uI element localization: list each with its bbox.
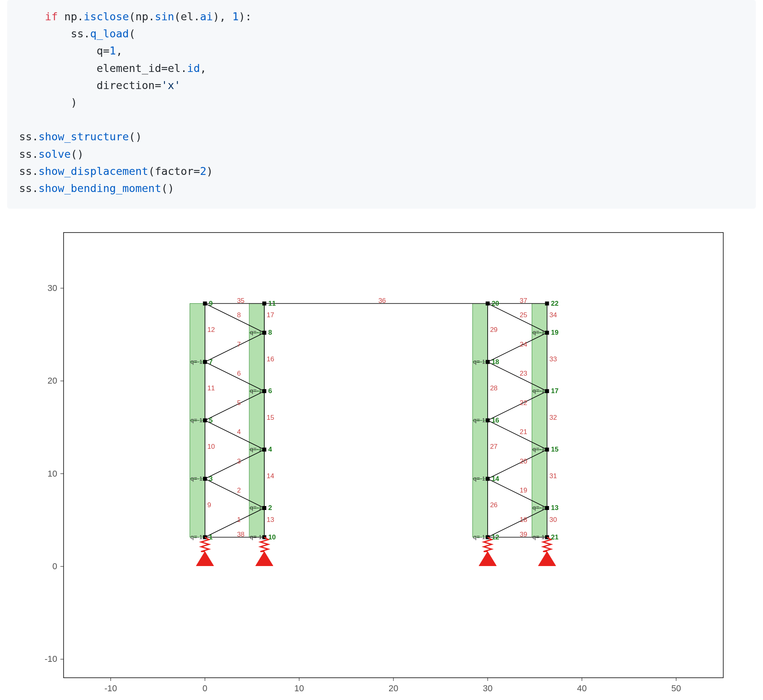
q-load (190, 362, 205, 421)
load-label: q=-1 (533, 533, 544, 540)
node (486, 419, 490, 423)
node-label: 5 (209, 417, 213, 424)
y-tick-label: -10 (45, 654, 57, 664)
element-label: 18 (520, 516, 527, 524)
node-label: 18 (492, 358, 499, 366)
load-label: q=-1 (533, 504, 544, 511)
node-label: 7 (209, 358, 213, 366)
q-load (473, 362, 488, 421)
q-load (190, 304, 205, 362)
element-label: 17 (267, 311, 274, 319)
element-label: 5 (237, 399, 240, 407)
node (203, 360, 207, 364)
code-line (19, 113, 25, 126)
element-label: 26 (490, 501, 498, 509)
element-label: 20 (520, 458, 527, 465)
x-tick-label: -10 (105, 683, 117, 693)
node (545, 506, 549, 510)
node (262, 448, 266, 452)
code-line: ss.show_structure() (19, 130, 142, 143)
load-label: q=-1 (190, 358, 202, 365)
structure-plot: -1001020304050-1001020301234567891011121… (32, 225, 731, 700)
load-label: q=-1 (533, 329, 544, 335)
load-label: q=-1 (250, 387, 262, 394)
element-label: 19 (520, 487, 527, 494)
node (545, 389, 549, 393)
q-load (473, 421, 488, 479)
q-load (532, 304, 547, 333)
node (486, 477, 490, 481)
load-label: q=-1 (533, 446, 544, 452)
node (203, 477, 207, 481)
element-label: 28 (490, 384, 498, 392)
node (486, 302, 490, 306)
code-line: q=1, (19, 45, 122, 57)
q-load (249, 333, 264, 391)
x-tick-label: 10 (294, 683, 304, 693)
load-label: q=-1 (250, 446, 262, 452)
node-label: 3 (209, 475, 213, 483)
plot-svg: -1001020304050-1001020301234567891011121… (32, 225, 731, 700)
q-load (249, 450, 264, 508)
code-line: ss.show_displacement(factor=2) (19, 165, 213, 177)
x-tick-label: 50 (671, 683, 681, 693)
element-label: 6 (237, 370, 240, 377)
node (203, 419, 207, 423)
element-label: 7 (237, 341, 240, 348)
q-load (532, 450, 547, 508)
load-label: q=-1 (190, 475, 202, 482)
element-label: 2 (237, 487, 240, 494)
support-icon (256, 552, 273, 566)
q-load (190, 479, 205, 537)
node (262, 389, 266, 393)
node-label: 6 (268, 387, 272, 395)
node-label: 9 (209, 300, 213, 307)
load-label: q=-1 (250, 329, 262, 335)
element-label: 27 (490, 443, 498, 450)
element-label: 11 (207, 384, 215, 392)
node (545, 331, 549, 335)
support-icon (196, 552, 214, 566)
node-label: 2 (268, 504, 272, 512)
element-label: 3 (237, 458, 240, 465)
q-load (249, 391, 264, 450)
node-label: 11 (268, 300, 276, 307)
element-label: 38 (237, 531, 244, 538)
node (262, 302, 266, 306)
node (262, 331, 266, 335)
node-label: 8 (268, 329, 272, 336)
node (203, 302, 207, 306)
code-line: if np.isclose(np.sin(el.ai), 1): (19, 10, 252, 23)
q-load (249, 508, 264, 537)
node (486, 360, 490, 364)
q-load (249, 304, 264, 333)
q-load (473, 304, 488, 362)
code-line: ss.solve() (19, 148, 84, 160)
node-label: 14 (492, 475, 499, 483)
element-label: 37 (520, 297, 527, 304)
element-label: 30 (550, 516, 557, 524)
code-line: ) (19, 96, 77, 109)
element-label: 13 (267, 516, 274, 524)
node-label: 15 (551, 446, 559, 453)
element-label: 25 (520, 311, 527, 319)
element-label: 29 (490, 326, 498, 334)
load-label: q=-1 (250, 533, 262, 540)
q-load (190, 421, 205, 479)
y-tick-label: 0 (52, 561, 57, 571)
x-tick-label: 20 (389, 683, 398, 693)
node (262, 506, 266, 510)
code-line: ss.q_load( (19, 27, 136, 40)
element-label: 15 (267, 414, 274, 421)
x-tick-label: 40 (577, 683, 587, 693)
element-label: 24 (520, 341, 527, 348)
x-tick-label: 30 (483, 683, 492, 693)
q-load (532, 391, 547, 450)
load-label: q=-1 (473, 475, 485, 482)
element-label: 12 (207, 326, 215, 334)
element-label: 22 (520, 399, 527, 407)
code-line: ss.show_bending_moment() (19, 182, 174, 194)
element-label: 35 (237, 297, 244, 304)
element-label: 4 (237, 428, 240, 436)
load-label: q=-1 (190, 533, 202, 540)
